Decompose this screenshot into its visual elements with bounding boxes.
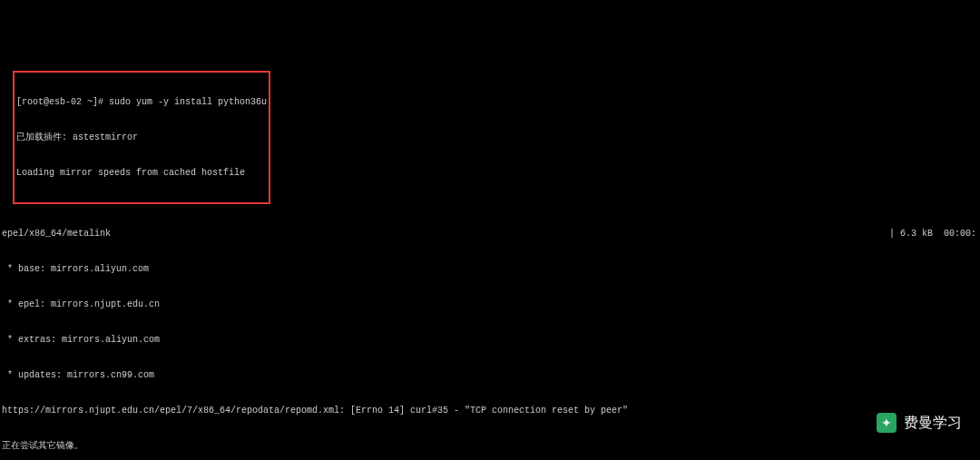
command-highlight-box: [root@esb-02 ~]# sudo yum -y install pyt… <box>13 71 270 204</box>
out-line: epel/x86_64/metalink <box>2 228 111 240</box>
out-line: 正在尝试其它镜像。 <box>2 440 83 452</box>
out-line: * updates: mirrors.cn99.com <box>2 369 154 381</box>
prompt-host: [root@esb-02 ~]# <box>16 96 109 108</box>
plugins-label: 已加载插件: <box>16 132 73 143</box>
watermark: ✦ 费曼学习 <box>877 413 962 433</box>
size-text: | 6.3 kB 00:00: <box>889 228 980 240</box>
terminal-output: [root@esb-02 ~]# sudo yum -y install pyt… <box>0 59 980 460</box>
watermark-text: 费曼学习 <box>904 414 962 433</box>
out-line: * epel: mirrors.njupt.edu.cn <box>2 299 160 310</box>
mirror-line: Loading mirror speeds from cached hostfi… <box>16 167 245 179</box>
wechat-icon: ✦ <box>877 413 897 433</box>
plugins-value: astestmirror <box>73 132 138 143</box>
out-line: * extras: mirrors.aliyun.com <box>2 334 160 346</box>
command-text: sudo yum -y install python36u <box>109 96 267 108</box>
out-line: https://mirrors.njupt.edu.cn/epel/7/x86_… <box>2 405 628 416</box>
out-line: * base: mirrors.aliyun.com <box>2 263 149 275</box>
